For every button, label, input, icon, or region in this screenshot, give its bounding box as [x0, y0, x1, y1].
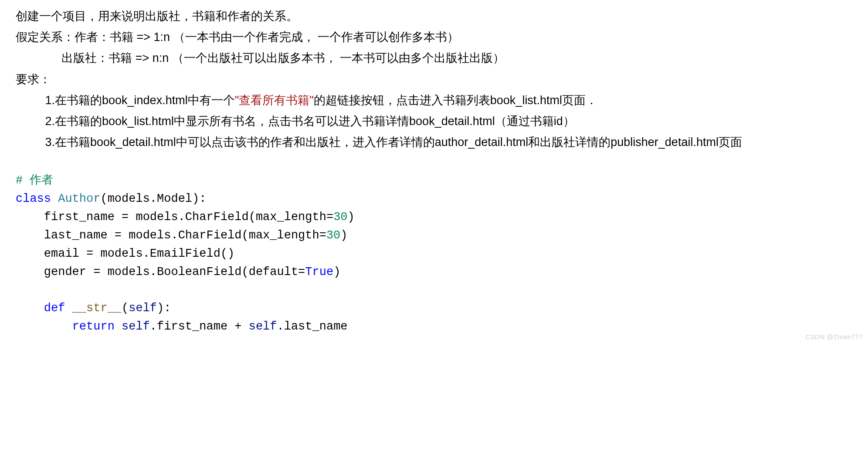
requirement-3: 3.在书籍book_detail.html中可以点击该书的作者和出版社，进入作者… — [16, 133, 852, 152]
relation-publisher: 出版社：书籍 => n:n （一个出版社可以出版多本书， 一本书可以由多个出版社… — [16, 49, 852, 68]
paren-close-b: ) — [340, 229, 347, 242]
code-gender: gender = models.BooleanField(default=Tru… — [16, 263, 852, 282]
requirements-label: 要求： — [16, 70, 852, 89]
kw-return: return — [72, 320, 115, 333]
gender-field: gender = models.BooleanField(default= — [16, 265, 305, 279]
code-last-name: last_name = models.CharField(max_length=… — [16, 227, 852, 245]
code-block: # 作者 class Author(models.Model): first_n… — [16, 172, 852, 336]
project-title: 创建一个项目，用来说明出版社，书籍和作者的关系。 — [16, 7, 852, 26]
code-email: email = models.EmailField() — [16, 245, 852, 263]
paren-open: ( — [122, 302, 129, 315]
dot-first: .first_name + — [150, 320, 249, 333]
num-30b: 30 — [326, 229, 340, 242]
kw-def: def — [44, 302, 65, 315]
intro-section: 创建一个项目，用来说明出版社，书籍和作者的关系。 假定关系：作者：书籍 => 1… — [16, 7, 852, 152]
code-def-str: def __str__(self): — [16, 299, 852, 318]
req1-pre: 1.在书籍的book_index.html中有一个 — [45, 94, 235, 107]
def-end: ): — [157, 302, 171, 315]
first-name-field: first_name = models.CharField(max_length… — [16, 211, 333, 224]
code-first-name: first_name = models.CharField(max_length… — [16, 208, 852, 227]
req1-highlight: "查看所有书籍" — [235, 94, 314, 107]
dot-last: .last_name — [277, 320, 348, 333]
self-b: self — [249, 320, 277, 333]
self-a: self — [122, 320, 150, 333]
blank-line — [16, 281, 852, 299]
paren-close-a: ) — [348, 211, 355, 224]
req1-post: 的超链接按钮，点击进入书籍列表book_list.html页面． — [314, 94, 597, 107]
relation-author: 假定关系：作者：书籍 => 1:n （一本书由一个作者完成， 一个作者可以创作多… — [16, 28, 852, 47]
last-name-field: last_name = models.CharField(max_length= — [16, 229, 326, 242]
document-page: 创建一个项目，用来说明出版社，书籍和作者的关系。 假定关系：作者：书籍 => 1… — [0, 0, 868, 345]
num-30a: 30 — [333, 211, 347, 224]
code-return: return self.first_name + self.last_name — [16, 318, 852, 336]
code-comment-author: # 作者 — [16, 172, 852, 190]
code-class-def: class Author(models.Model): — [16, 190, 852, 208]
fn-str: __str__ — [72, 302, 122, 315]
kw-class: class — [16, 192, 51, 205]
requirement-1: 1.在书籍的book_index.html中有一个"查看所有书籍"的超链接按钮，… — [16, 91, 852, 110]
comment-text: # 作者 — [16, 174, 53, 187]
class-name: Author — [58, 192, 100, 205]
class-rest: (models.Model): — [100, 192, 206, 205]
watermark: CSDN @Zman777 — [805, 332, 863, 342]
paren-close-c: ) — [333, 265, 340, 279]
self-param: self — [129, 302, 157, 315]
requirement-2: 2.在书籍的book_list.html中显示所有书名，点击书名可以进入书籍详情… — [16, 112, 852, 131]
bool-true: True — [305, 265, 333, 279]
